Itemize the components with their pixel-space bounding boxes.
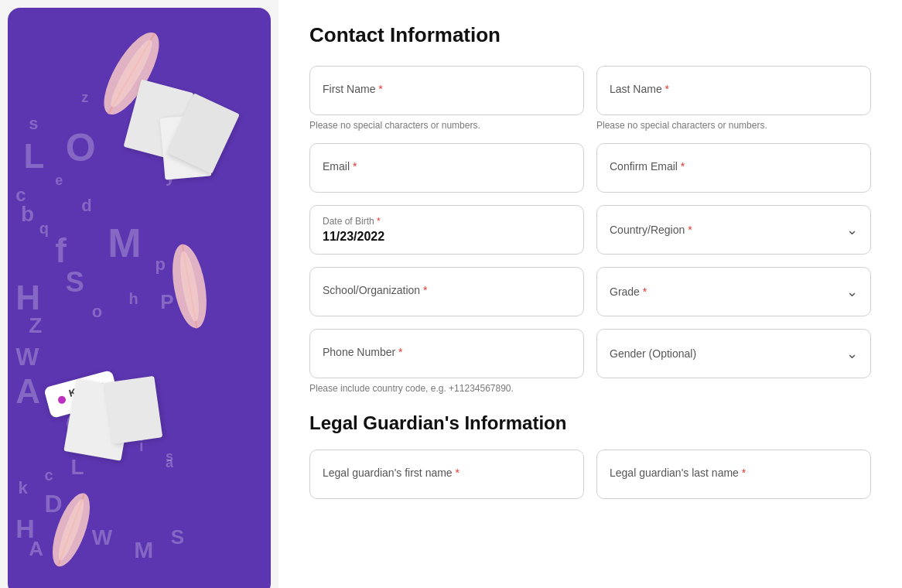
letter-e: e xyxy=(55,173,63,189)
last-name-label: Last Name * xyxy=(610,83,858,95)
contact-section-title: Contact Information xyxy=(309,23,871,47)
first-name-label: First Name * xyxy=(323,83,571,95)
confirm-email-label: Confirm Email * xyxy=(610,160,858,173)
letter-h: h xyxy=(128,290,138,308)
letter-S: S xyxy=(66,266,84,299)
country-chevron-icon: ⌄ xyxy=(846,221,858,238)
letter-O: O xyxy=(66,125,96,170)
letter-M2: M xyxy=(134,537,153,563)
school-input-wrapper[interactable]: School/Organization * xyxy=(309,267,584,316)
grade-label: Grade * xyxy=(610,285,647,298)
name-row: First Name * Please no special character… xyxy=(309,66,871,131)
guardian-last-name-input-wrapper[interactable]: Legal guardian's last name * xyxy=(596,450,871,499)
confirm-email-group: Confirm Email * xyxy=(596,143,871,193)
email-label: Email * xyxy=(323,160,571,173)
letter-q: q xyxy=(39,220,49,238)
gender-label: Gender (Optional) xyxy=(610,347,696,360)
phone-hint: Please include country code, e.g. +11234… xyxy=(309,383,584,394)
letter-c2: c xyxy=(45,467,53,484)
grade-select-wrapper[interactable]: Grade * ⌄ xyxy=(596,267,871,316)
letter-d: d xyxy=(81,196,91,216)
decorative-panel: s z L O m y c e q b d f M H p h S Z o P … xyxy=(8,8,271,588)
country-group: Country/Region * ⌄ xyxy=(596,205,871,255)
phone-label: Phone Number * xyxy=(323,346,571,358)
letter-Z: Z xyxy=(29,313,42,338)
dob-value: 11/23/2022 xyxy=(323,230,571,244)
letter-L: L xyxy=(23,137,44,176)
letter-W: W xyxy=(15,343,39,371)
letter-k: k xyxy=(19,478,28,498)
first-name-hint: Please no special characters or numbers. xyxy=(309,120,584,131)
guardian-name-row: Legal guardian's first name * Legal guar… xyxy=(309,450,871,499)
guardian-first-name-group: Legal guardian's first name * xyxy=(309,450,584,499)
last-name-group: Last Name * Please no special characters… xyxy=(596,66,871,131)
email-row: Email * Confirm Email * xyxy=(309,143,871,193)
grade-chevron-icon: ⌄ xyxy=(846,283,858,300)
last-name-hint: Please no special characters or numbers. xyxy=(596,120,871,131)
letter-o: o xyxy=(92,302,102,322)
letter-a: a xyxy=(166,455,173,471)
dob-country-row: Date of Birth * 11/23/2022 Country/Regio… xyxy=(309,205,871,255)
letter-L2: L xyxy=(71,455,84,480)
guardian-first-name-label: Legal guardian's first name * xyxy=(323,467,571,479)
gender-group: Gender (Optional) ⌄ xyxy=(596,329,871,394)
confirm-email-input-wrapper[interactable]: Confirm Email * xyxy=(596,143,871,193)
letter-A: A xyxy=(15,372,40,411)
phone-group: Phone Number * Please include country co… xyxy=(309,329,584,394)
letter-H: H xyxy=(15,279,40,317)
letter-s: s xyxy=(29,114,38,134)
dob-group: Date of Birth * 11/23/2022 xyxy=(309,205,584,255)
gender-select-wrapper[interactable]: Gender (Optional) ⌄ xyxy=(596,329,871,378)
legal-guardian-section-title: Legal Guardian's Information xyxy=(309,412,871,434)
letter-f: f xyxy=(55,231,67,270)
country-select-wrapper[interactable]: Country/Region * ⌄ xyxy=(596,205,871,255)
school-group: School/Organization * xyxy=(309,267,584,316)
letter-b: b xyxy=(21,202,34,227)
email-group: Email * xyxy=(309,143,584,193)
letter-M: M xyxy=(108,220,141,266)
country-label: Country/Region * xyxy=(610,224,692,236)
guardian-last-name-group: Legal guardian's last name * xyxy=(596,450,871,499)
phone-input-wrapper[interactable]: Phone Number * xyxy=(309,329,584,378)
letter-S2: S xyxy=(171,525,184,549)
school-grade-row: School/Organization * Grade * ⌄ xyxy=(309,267,871,316)
gender-chevron-icon: ⌄ xyxy=(846,345,858,362)
paper-5 xyxy=(104,376,163,444)
grade-group: Grade * ⌄ xyxy=(596,267,871,316)
first-name-input-wrapper[interactable]: First Name * xyxy=(309,66,584,115)
dob-input-wrapper[interactable]: Date of Birth * 11/23/2022 xyxy=(309,205,584,255)
form-panel: Contact Information First Name * Please … xyxy=(278,0,902,588)
phone-gender-row: Phone Number * Please include country co… xyxy=(309,329,871,394)
school-label: School/Organization * xyxy=(323,284,571,296)
first-name-group: First Name * Please no special character… xyxy=(309,66,584,131)
dob-label: Date of Birth * xyxy=(323,216,571,227)
email-input-wrapper[interactable]: Email * xyxy=(309,143,584,193)
last-name-input-wrapper[interactable]: Last Name * xyxy=(596,66,871,115)
knovva-logo-dot xyxy=(57,395,67,404)
guardian-last-name-label: Legal guardian's last name * xyxy=(610,467,858,479)
guardian-first-name-input-wrapper[interactable]: Legal guardian's first name * xyxy=(309,450,584,499)
